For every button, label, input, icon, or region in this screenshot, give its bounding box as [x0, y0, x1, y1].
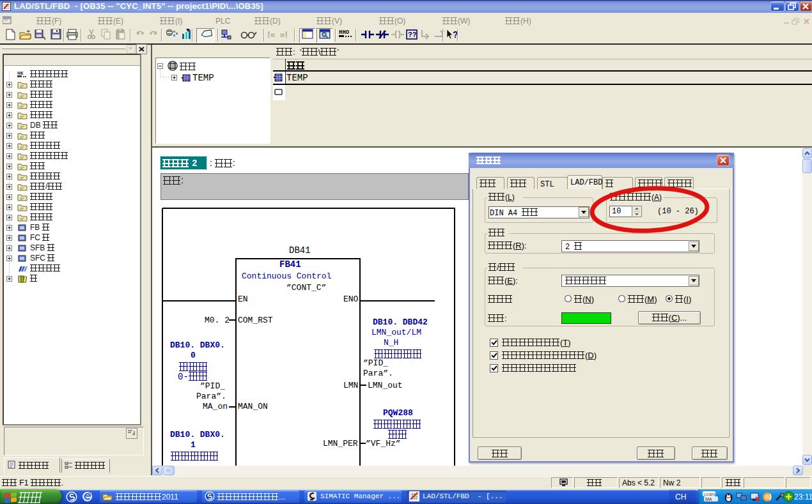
svg-text:MA: MA — [705, 497, 712, 501]
svg-text:HK: HK — [17, 70, 24, 76]
svg-text:LICEN: LICEN — [704, 493, 715, 496]
svg-text:??: ?? — [408, 31, 417, 38]
svg-text:!« »!: !« »! — [267, 29, 288, 40]
svg-text:HHO: HHO — [339, 29, 350, 36]
